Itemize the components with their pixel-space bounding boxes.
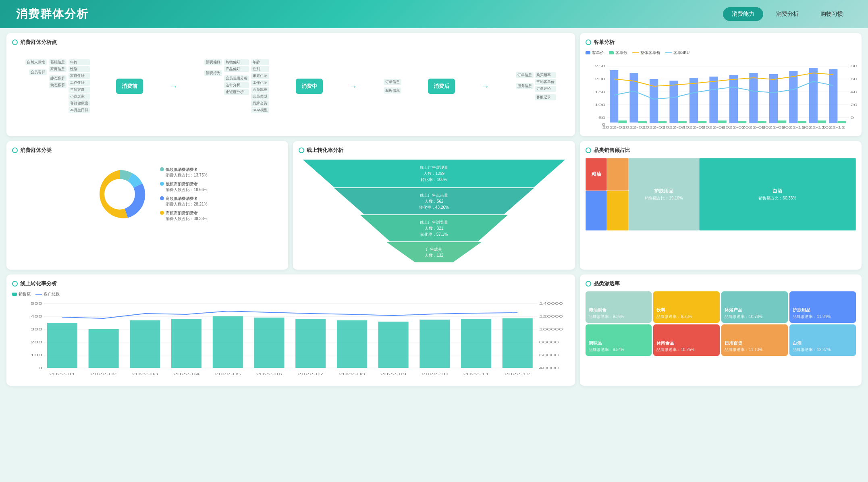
svg-text:2022-09: 2022-09 xyxy=(380,372,407,376)
card-category-sales: 品类销售额占比 粮油 护肤用品 销售额占比：19.16% 白酒 销售额占比：60… xyxy=(580,141,862,270)
svg-text:2022-04: 2022-04 xyxy=(173,372,199,376)
funnel-step-2: 线上广告点击量 人数：562 转化率：43.26% xyxy=(334,188,534,214)
card-analysis-title: 消费群体分析点 xyxy=(12,39,569,46)
svg-text:500: 500 xyxy=(30,301,42,305)
svg-text:300: 300 xyxy=(30,327,42,331)
svg-text:100: 100 xyxy=(595,103,606,107)
arrow-3: → xyxy=(481,82,489,91)
customer-chart: 250 200 150 100 50 0 80 60 40 20 0 xyxy=(586,58,856,131)
svg-rect-16 xyxy=(610,70,618,123)
pene-cell-yinliao: 饮料 品牌渗透率：9.73% xyxy=(653,291,720,323)
svg-text:2022-02: 2022-02 xyxy=(91,372,117,376)
svg-rect-19 xyxy=(669,81,678,123)
pene-cell-leisure: 休闲食品 品牌渗透率：10.25% xyxy=(653,324,720,356)
svg-rect-82 xyxy=(503,318,533,368)
legend-sales-color xyxy=(12,293,17,296)
flow-diagram: 自然人属性 会员客群 基础信息 家庭信息 静态客群 动态客群 年龄 性别 家庭住… xyxy=(12,50,569,123)
funnel-step-3: 线上广告浏览量 人数：321 转化率：57.1% xyxy=(361,215,508,241)
dot-icon xyxy=(12,39,18,45)
card-penetration-title: 品类渗透率 xyxy=(586,280,856,287)
legend-sales: 销售额 xyxy=(12,291,31,297)
svg-rect-74 xyxy=(171,319,201,368)
svg-text:2022-07: 2022-07 xyxy=(297,372,324,376)
treemap-cell-4 xyxy=(607,191,629,231)
svg-rect-22 xyxy=(729,75,738,123)
svg-rect-38 xyxy=(818,120,826,123)
arrow-2: → xyxy=(349,82,357,91)
card-analysis-points: 消费群体分析点 自然人属性 会员客群 基础信息 家庭信息 静态客群 动态客群 xyxy=(6,33,575,136)
svg-text:250: 250 xyxy=(595,64,606,68)
dot-icon-7 xyxy=(586,281,591,287)
svg-rect-71 xyxy=(47,323,77,368)
svg-point-52 xyxy=(104,179,135,210)
page-title: 消费群体分析 xyxy=(16,6,89,22)
pene-cell-liangyo: 粮油副食 品牌渗透率：9.36% xyxy=(586,291,652,323)
svg-text:0: 0 xyxy=(38,366,42,370)
svg-text:2022-10: 2022-10 xyxy=(422,372,448,376)
donut-legend: 低频低消费消费者消费人数占比：13.75% 低频高消费消费者消费人数占比：18.… xyxy=(160,167,208,222)
svg-text:150: 150 xyxy=(595,90,606,94)
svg-rect-36 xyxy=(778,120,786,123)
svg-rect-26 xyxy=(809,68,817,123)
svg-text:40000: 40000 xyxy=(539,366,559,370)
flow-stage-pre: 消费前 xyxy=(116,79,143,94)
nav-shopping-habit[interactable]: 购物习惯 xyxy=(812,7,852,21)
dot-icon-6 xyxy=(12,281,18,287)
svg-text:200: 200 xyxy=(595,77,606,81)
svg-rect-32 xyxy=(698,121,706,123)
pene-cell-muyu: 沐浴产品 品牌渗透率：10.78% xyxy=(721,291,788,323)
treemap-cell-2 xyxy=(607,158,629,191)
svg-rect-21 xyxy=(709,77,718,123)
svg-text:0: 0 xyxy=(850,116,854,120)
treemap-cell-liangyo: 粮油 xyxy=(586,158,607,191)
svg-rect-34 xyxy=(738,121,746,123)
nav-spending-power[interactable]: 消费能力 xyxy=(723,7,763,21)
svg-text:60: 60 xyxy=(850,77,858,81)
main-content: 消费群体分析点 自然人属性 会员客群 基础信息 家庭信息 静态客群 动态客群 xyxy=(0,28,868,391)
svg-rect-81 xyxy=(461,319,491,368)
nav-spending-analysis[interactable]: 消费分析 xyxy=(767,7,808,21)
svg-rect-28 xyxy=(618,120,627,123)
svg-rect-75 xyxy=(213,316,243,368)
dot-icon-2 xyxy=(586,39,591,45)
pene-cell-daily: 日用百货 品牌渗透率：11.13% xyxy=(721,324,788,356)
svg-text:2022-08: 2022-08 xyxy=(339,372,365,376)
svg-rect-76 xyxy=(254,318,284,368)
svg-text:80000: 80000 xyxy=(539,340,559,344)
treemap-cell-baijiu: 白酒 销售额占比：60.33% xyxy=(699,158,856,231)
card-customer-title: 客单分析 xyxy=(586,39,856,46)
pene-cell-hufu: 护肤用品 品牌渗透率：11.84% xyxy=(789,291,856,323)
svg-rect-24 xyxy=(769,74,777,123)
donut-container: 低频低消费消费者消费人数占比：13.75% 低频高消费消费者消费人数占比：18.… xyxy=(12,158,282,231)
svg-text:40: 40 xyxy=(850,90,858,94)
donut-chart xyxy=(87,162,152,226)
legend-customers-color xyxy=(35,294,42,295)
svg-text:100000: 100000 xyxy=(539,327,563,331)
legend-color-2 xyxy=(609,51,614,54)
header: 消费群体分析 消费能力 消费分析 购物习惯 xyxy=(0,0,868,28)
dot-icon-4 xyxy=(299,148,304,153)
svg-rect-39 xyxy=(837,121,846,123)
treemap: 粮油 护肤用品 销售额占比：19.16% 白酒 销售额占比：60.33% xyxy=(586,158,856,231)
legend-hf-lc: 高频低消费消费者消费人数占比：28.21% xyxy=(160,196,208,207)
legend-color-3 xyxy=(632,52,639,53)
svg-rect-20 xyxy=(689,78,698,123)
legend-color-4 xyxy=(665,52,672,53)
svg-rect-35 xyxy=(758,121,766,123)
svg-rect-33 xyxy=(718,120,726,123)
svg-text:140000: 140000 xyxy=(539,301,563,305)
legend-dot-3 xyxy=(160,196,164,200)
svg-text:2022-03: 2022-03 xyxy=(132,372,158,376)
legend-danjishu: 客单数 xyxy=(609,50,627,56)
card-penetration: 品类渗透率 粮油副食 品牌渗透率：9.36% 饮料 品牌渗透率：9.73% 沐浴… xyxy=(580,274,862,386)
dot-icon-5 xyxy=(586,148,591,153)
funnel-diagram: 线上广告展现量 人数：1299 转化率：100% 线上广告点击量 人数：562 … xyxy=(299,158,569,264)
svg-text:50: 50 xyxy=(598,116,605,120)
card-funnel: 线上转化率分析 线上广告展现量 人数：1299 转化率：100% 线上广告点击量… xyxy=(293,141,575,270)
flow-stage-post: 消费后 xyxy=(428,79,455,94)
svg-rect-72 xyxy=(89,329,119,368)
pene-cell-baijiu: 白酒 品牌渗透率：12.37% xyxy=(789,324,856,356)
card-customer-analysis: 客单分析 客单价 客单数 整体客单价 客单SKU xyxy=(580,33,862,136)
card-line-chart: 线上转化率分析 销售额 客户总数 500 40 xyxy=(6,274,575,386)
svg-rect-25 xyxy=(789,71,797,123)
